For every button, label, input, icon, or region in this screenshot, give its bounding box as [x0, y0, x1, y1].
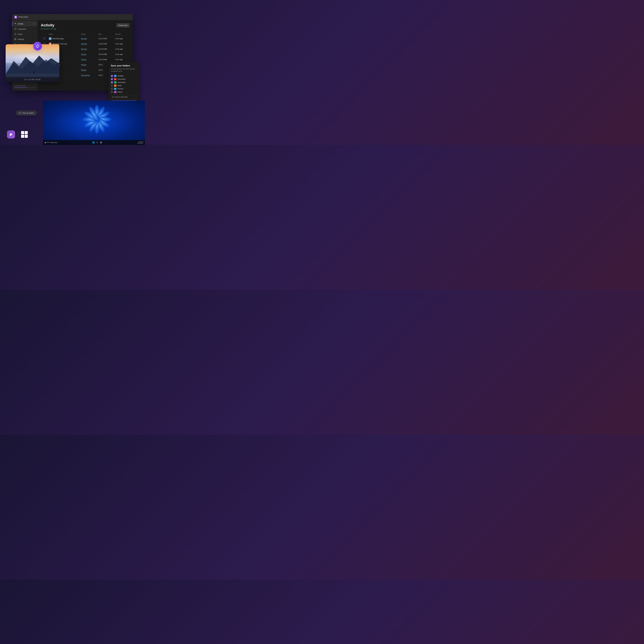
free-up-space-button[interactable]: Free up space	[16, 110, 37, 116]
panel-title-group: Activity Synced 5 min ago	[41, 23, 56, 30]
folder-label-desktop: Desktop	[118, 75, 123, 77]
language-indicator: EN	[25, 79, 27, 80]
download-icon: ↓	[42, 38, 43, 40]
synced-label: Synced	[43, 28, 49, 30]
win-square-tl	[21, 131, 24, 134]
pause-sync-button[interactable]: Pause sync	[116, 23, 130, 27]
bottom-logos	[7, 130, 28, 138]
col-header-status	[41, 32, 48, 36]
sidebar-label-computers: Computers	[18, 28, 26, 30]
svg-rect-21	[93, 142, 93, 142]
size-cell: 122.20 MB	[97, 46, 114, 52]
folder-cell: Documents	[80, 73, 97, 78]
storage-bar-fill	[14, 87, 27, 88]
folder-label-documents: Documents	[118, 78, 126, 80]
synced-cell: 3 min ago	[114, 46, 130, 52]
storage-bar-track	[14, 87, 35, 88]
synced-time: 5 min ago	[49, 28, 56, 30]
col-header-folder: Folder	[80, 32, 97, 36]
svg-rect-1	[14, 28, 16, 29]
win-taskbar: ⛅ 8°C Partly sunny	[43, 140, 145, 145]
photo-card: EN 12.5 GB / 20 GB	[6, 44, 59, 82]
col-header-synced: Synced	[114, 32, 130, 36]
taskbar-start-button[interactable]	[92, 141, 95, 144]
folder-link[interactable]: Documents	[81, 74, 90, 76]
temperature: 8°C	[47, 142, 49, 143]
taskbar-clock: 11:00 AM 10/05/2021	[137, 141, 143, 144]
clock-time: 11:00 AM	[137, 141, 143, 142]
storage-info: 12.5 GB / 20 GB	[12, 83, 38, 89]
svg-rect-5	[41, 29, 42, 30]
folder-link[interactable]: Photos	[81, 53, 86, 55]
sync-spinner-icon	[43, 38, 45, 40]
folder-label-videos: Videos	[118, 91, 122, 93]
sidebar-item-activity[interactable]: Activity	[12, 21, 38, 26]
checkbox-documents[interactable]	[111, 78, 113, 80]
folder-cell: My files	[80, 46, 97, 52]
folder-link[interactable]: Photos	[81, 58, 86, 61]
add-folder-label: Click to add folder	[115, 96, 128, 98]
folder-icon-downloads	[114, 81, 116, 83]
size-cell: 122.20 MB	[97, 36, 114, 41]
taskbar-search-button[interactable]	[96, 141, 99, 144]
storage-overlay: EN 12.5 GB / 20 GB	[6, 77, 59, 82]
folder-cell: Photos	[80, 67, 97, 73]
col-header-size: Size	[97, 32, 114, 36]
folder-cell: My files	[80, 41, 97, 46]
table-row: ↓ 🖼 Mountain.jpeg My files 122.20 MB	[41, 36, 130, 41]
sidebar-item-computers[interactable]: Computers	[12, 26, 38, 32]
size-cell: 122.20 MB	[97, 52, 114, 57]
photo-storage-label: 12.5 GB / 20 GB	[28, 78, 40, 81]
folder-icon-videos	[114, 91, 116, 93]
taskbar-apps-button[interactable]	[100, 141, 102, 144]
col-header-name: Name	[48, 32, 80, 36]
folder-link[interactable]: My files	[81, 48, 87, 50]
checkbox-downloads[interactable]	[111, 81, 113, 83]
folder-icon-documents	[114, 78, 116, 80]
checkbox-pictures[interactable]	[111, 88, 113, 90]
row-status-cell: ↓	[41, 36, 48, 41]
folder-link[interactable]: My files	[81, 43, 87, 45]
mountain-photo	[6, 44, 59, 82]
sync-panel-desc: Access My files and other synced compute…	[111, 68, 137, 72]
checkbox-desktop[interactable]	[111, 75, 113, 77]
folder-link[interactable]: My files	[81, 38, 87, 40]
storage-label: 12.5 GB / 20 GB	[14, 85, 25, 87]
folder-cell: Photos	[80, 57, 97, 62]
size-cell: 122.20 MB	[97, 41, 114, 46]
windows-desktop: ⛅ 8°C Partly sunny	[43, 101, 145, 145]
folder-cell: Photos	[80, 52, 97, 57]
weather-icon: ⛅	[45, 142, 46, 143]
svg-rect-27	[101, 142, 102, 142]
app-title: Proton Drive	[19, 16, 28, 18]
person-silhouette	[34, 71, 34, 74]
size-cell: 122.20 MB	[97, 57, 114, 62]
checkbox-videos[interactable]	[111, 91, 113, 93]
taskbar-center-icons	[92, 141, 102, 144]
synced-status: Synced 5 min ago	[41, 28, 56, 30]
synced-cell: 3 min ago	[114, 41, 130, 46]
title-bar: Proton Drive	[12, 14, 133, 20]
folder-item-pictures: Pictures	[111, 87, 137, 90]
win-square-br	[25, 135, 28, 138]
sidebar-label-settings: Settings	[18, 38, 24, 40]
folder-icon-music	[114, 85, 116, 87]
sidebar-item-about[interactable]: About	[12, 32, 38, 37]
checkbox-music[interactable]	[111, 85, 113, 87]
active-check-icon	[33, 23, 35, 25]
sync-panel-title: Sync your folders	[111, 64, 137, 67]
synced-cell: 3 min ago	[114, 36, 130, 41]
folder-link[interactable]: Photos	[81, 64, 86, 66]
file-name-label: Mountain.jpeg	[53, 38, 64, 40]
free-up-label: Free up space	[22, 112, 34, 114]
folder-link[interactable]: Photos	[81, 69, 86, 71]
panel-title: Activity	[41, 23, 56, 27]
sidebar-item-settings[interactable]: Settings	[12, 37, 38, 42]
panel-header: Activity Synced 5 min ago Pause sync	[41, 23, 130, 30]
sync-fab-button[interactable]	[33, 42, 42, 50]
svg-rect-29	[101, 143, 102, 143]
sidebar-label-activity: Activity	[18, 23, 23, 25]
add-folder-button[interactable]: Click to add folder	[111, 95, 137, 99]
folder-item-downloads: Downloads	[111, 81, 137, 84]
condition: Partly sunny	[50, 142, 57, 143]
